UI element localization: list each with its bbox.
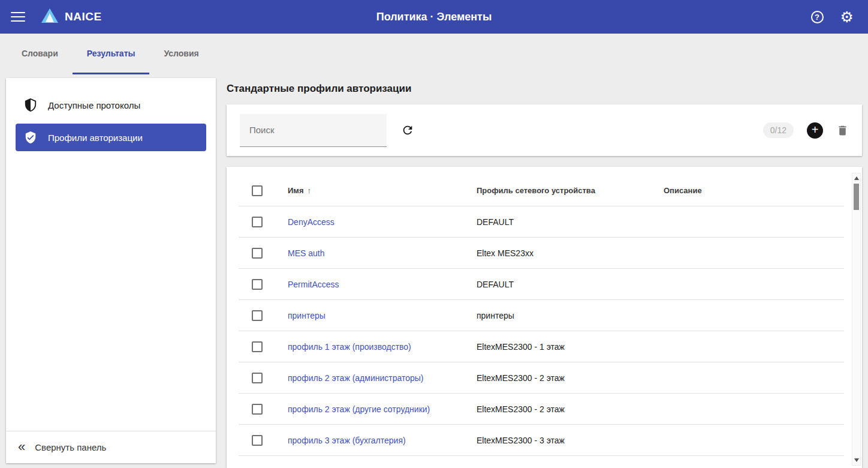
- table-row: DenyAccess DEFAULT: [239, 206, 844, 238]
- content-layout: Доступные протоколы Профили авторизации …: [0, 74, 868, 468]
- table-row: PermitAccess DEFAULT: [239, 269, 844, 300]
- profiles-table-card: Имя↑ Профиль сетевого устройства Описани…: [227, 167, 862, 468]
- toolbar: 0/12 +: [227, 104, 862, 156]
- row-select-checkbox[interactable]: [252, 435, 263, 446]
- table-row: MES auth Eltex MES23xx: [239, 238, 844, 269]
- row-device-profile: EltexMES2300 - 1 этаж: [477, 342, 664, 352]
- row-device-profile: Eltex MES23xx: [477, 248, 664, 258]
- scroll-up-button[interactable]: [852, 174, 860, 182]
- select-all-checkbox[interactable]: [252, 185, 263, 196]
- search-input[interactable]: [240, 114, 387, 147]
- tab-results[interactable]: Результаты: [73, 34, 150, 74]
- row-name-link[interactable]: MES auth: [288, 248, 324, 258]
- row-name-link[interactable]: PermitAccess: [288, 280, 339, 289]
- scrollbar-thumb[interactable]: [854, 184, 859, 210]
- column-header-name-label: Имя: [288, 186, 304, 195]
- sidebar-item-label: Профили авторизации: [48, 133, 143, 143]
- app-name: NAICE: [65, 10, 102, 23]
- row-device-profile: EltexMES2300 - 2 этаж: [477, 404, 664, 414]
- collapse-chevrons-icon: «: [18, 440, 25, 454]
- table-row: профиль 1 этаж (производство) EltexMES23…: [239, 331, 844, 362]
- row-name-link[interactable]: профиль 2 этаж (другие сотрудники): [288, 404, 430, 414]
- scroll-down-button[interactable]: [852, 456, 860, 464]
- brand: NAICE: [41, 8, 102, 26]
- sidebar-panel: Доступные протоколы Профили авторизации …: [6, 78, 216, 463]
- delete-button[interactable]: [836, 124, 849, 137]
- tab-bar: Словари Результаты Условия: [0, 34, 868, 74]
- collapse-panel-button[interactable]: « Свернуть панель: [6, 431, 216, 463]
- trash-icon: [836, 124, 849, 137]
- row-select-checkbox[interactable]: [252, 217, 263, 227]
- row-select-checkbox[interactable]: [252, 310, 263, 321]
- collapse-panel-label: Свернуть панель: [35, 442, 106, 452]
- profiles-table: Имя↑ Профиль сетевого устройства Описани…: [239, 175, 844, 456]
- table-scrollbar[interactable]: [852, 173, 861, 466]
- table-row: профиль 2 этаж (администраторы) EltexMES…: [239, 362, 844, 394]
- add-profile-button[interactable]: +: [807, 122, 823, 139]
- row-device-profile: EltexMES2300 - 2 этаж: [477, 373, 664, 383]
- row-device-profile: принтеры: [477, 311, 664, 320]
- row-select-checkbox[interactable]: [252, 248, 263, 259]
- row-name-link[interactable]: DenyAccess: [288, 217, 334, 227]
- column-header-name[interactable]: Имя↑: [288, 186, 477, 195]
- shield-check-icon: [24, 130, 37, 145]
- help-icon[interactable]: ?: [811, 11, 824, 23]
- column-header-description: Описание: [664, 186, 844, 195]
- plus-icon: +: [812, 124, 819, 136]
- row-device-profile: DEFAULT: [477, 280, 664, 289]
- refresh-icon: [401, 124, 414, 137]
- toolbar-right: 0/12 +: [763, 122, 849, 139]
- shield-half-icon: [24, 98, 37, 112]
- sort-asc-icon: ↑: [308, 186, 312, 195]
- main-content: Стандартные профили авторизации 0/12 +: [227, 74, 862, 468]
- table-header-row: Имя↑ Профиль сетевого устройства Описани…: [239, 175, 844, 206]
- gear-icon[interactable]: ⚙: [840, 10, 854, 25]
- app-header: NAICE Политика · Элементы ? ⚙: [0, 0, 868, 34]
- row-select-checkbox[interactable]: [252, 341, 263, 352]
- section-title: Стандартные профили авторизации: [227, 83, 862, 95]
- table-row: принтеры принтеры: [239, 300, 844, 331]
- sidebar-item-available-protocols[interactable]: Доступные протоколы: [16, 91, 206, 119]
- page-title: Политика · Элементы: [376, 11, 492, 23]
- row-name-link[interactable]: принтеры: [288, 311, 326, 320]
- tab-dictionaries[interactable]: Словари: [7, 34, 73, 74]
- table-body: DenyAccess DEFAULT MES auth Eltex MES23x…: [239, 206, 844, 456]
- tab-conditions[interactable]: Условия: [149, 34, 213, 74]
- row-select-checkbox[interactable]: [252, 279, 263, 290]
- row-name-link[interactable]: профиль 3 этаж (бухгалтерия): [288, 436, 406, 445]
- sidebar-item-auth-profiles[interactable]: Профили авторизации: [16, 124, 206, 151]
- app-logo-icon: [41, 8, 59, 26]
- row-select-checkbox[interactable]: [252, 404, 263, 415]
- row-name-link[interactable]: профиль 1 этаж (производство): [288, 342, 411, 352]
- refresh-button[interactable]: [401, 124, 414, 137]
- table-row: профиль 3 этаж (бухгалтерия) EltexMES230…: [239, 425, 844, 456]
- column-header-device-profile: Профиль сетевого устройства: [477, 186, 664, 195]
- row-select-checkbox[interactable]: [252, 373, 263, 383]
- appbar-actions: ? ⚙: [811, 10, 857, 25]
- menu-icon[interactable]: [11, 12, 25, 22]
- row-device-profile: EltexMES2300 - 3 этаж: [477, 436, 664, 445]
- table-row: профиль 2 этаж (другие сотрудники) Eltex…: [239, 394, 844, 425]
- selection-counter: 0/12: [763, 122, 794, 138]
- row-name-link[interactable]: профиль 2 этаж (администраторы): [288, 373, 424, 383]
- sidebar-item-label: Доступные протоколы: [48, 100, 140, 110]
- row-device-profile: DEFAULT: [477, 217, 664, 227]
- sidebar-items: Доступные протоколы Профили авторизации: [6, 78, 216, 151]
